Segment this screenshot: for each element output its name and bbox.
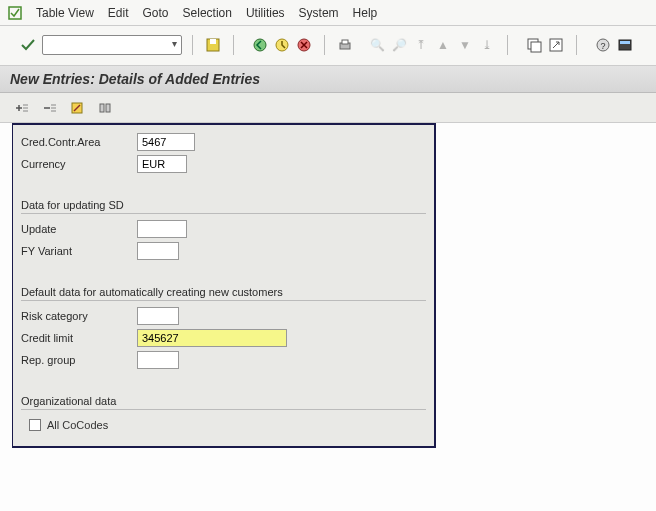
svg-rect-2 xyxy=(210,39,216,44)
group-update-sd: Data for updating SD Update FY Variant xyxy=(13,185,434,272)
group-title-org: Organizational data xyxy=(21,395,426,410)
svg-rect-9 xyxy=(531,42,541,52)
credit-limit-label: Credit limit xyxy=(21,332,131,344)
all-cocodes-label: All CoCodes xyxy=(47,419,108,431)
help-group: ? xyxy=(593,35,635,55)
menu-label: Utilities xyxy=(246,6,285,20)
group-title-default: Default data for automatically creating … xyxy=(21,286,426,301)
menu-label: Help xyxy=(353,6,378,20)
currency-input[interactable] xyxy=(137,155,187,173)
first-page-icon: ⤒ xyxy=(411,35,431,55)
layout-icon[interactable] xyxy=(615,35,635,55)
menu-label: Table View xyxy=(36,6,94,20)
next-page-icon: ▼ xyxy=(455,35,475,55)
new-session-icon[interactable] xyxy=(524,35,544,55)
risk-category-input[interactable] xyxy=(137,307,179,325)
all-cocodes-checkbox[interactable] xyxy=(29,419,41,431)
menu-system[interactable]: System xyxy=(299,6,339,20)
menu-command-icon[interactable] xyxy=(8,6,22,20)
cred-contr-area-input[interactable] xyxy=(137,133,195,151)
menu-utilities[interactable]: Utilities xyxy=(246,6,285,20)
help-icon[interactable]: ? xyxy=(593,35,613,55)
cancel-icon[interactable] xyxy=(294,35,314,55)
svg-rect-14 xyxy=(620,41,630,44)
collapse-all-icon[interactable] xyxy=(40,99,60,117)
svg-rect-0 xyxy=(9,7,21,19)
nav-group xyxy=(250,35,314,55)
rep-group-input[interactable] xyxy=(137,351,179,369)
update-label: Update xyxy=(21,223,131,235)
config-icon[interactable] xyxy=(96,99,116,117)
fy-variant-label: FY Variant xyxy=(21,245,131,257)
svg-rect-16 xyxy=(100,104,104,112)
svg-text:?: ? xyxy=(600,41,605,51)
svg-rect-7 xyxy=(342,40,348,44)
svg-point-3 xyxy=(254,39,266,51)
delimit-icon[interactable] xyxy=(68,99,88,117)
rep-group-label: Rep. group xyxy=(21,354,131,366)
credit-limit-input[interactable] xyxy=(137,329,287,347)
group-title-sd: Data for updating SD xyxy=(21,199,426,214)
menu-table-view[interactable]: Table View xyxy=(36,6,94,20)
prev-page-icon: ▲ xyxy=(433,35,453,55)
last-page-icon: ⤓ xyxy=(477,35,497,55)
shortcut-icon[interactable] xyxy=(546,35,566,55)
enter-icon[interactable] xyxy=(20,37,36,53)
application-toolbar xyxy=(0,93,656,123)
nav-disabled-group: 🔍 🔎 ⤒ ▲ ▼ ⤓ xyxy=(367,35,497,55)
print-icon[interactable] xyxy=(335,35,355,55)
currency-label: Currency xyxy=(21,158,131,170)
header-group: Cred.Contr.Area Currency xyxy=(13,125,434,185)
back-icon[interactable] xyxy=(250,35,270,55)
svg-rect-17 xyxy=(106,104,110,112)
page-title-text: New Entries: Details of Added Entries xyxy=(10,71,260,87)
menu-label: Goto xyxy=(143,6,169,20)
standard-toolbar: 🔍 🔎 ⤒ ▲ ▼ ⤓ ? xyxy=(0,26,656,66)
expand-all-icon[interactable] xyxy=(12,99,32,117)
menu-edit[interactable]: Edit xyxy=(108,6,129,20)
find-next-icon: 🔎 xyxy=(389,35,409,55)
menubar: Table View Edit Goto Selection Utilities… xyxy=(0,0,656,26)
exit-icon[interactable] xyxy=(272,35,292,55)
menu-label: Selection xyxy=(183,6,232,20)
page-title: New Entries: Details of Added Entries xyxy=(0,66,656,93)
group-org-data: Organizational data All CoCodes xyxy=(13,381,434,446)
find-icon: 🔍 xyxy=(367,35,387,55)
menu-label: Edit xyxy=(108,6,129,20)
details-panel: Cred.Contr.Area Currency Data for updati… xyxy=(12,123,436,448)
session-group xyxy=(524,35,566,55)
menu-selection[interactable]: Selection xyxy=(183,6,232,20)
fy-variant-input[interactable] xyxy=(137,242,179,260)
menu-help[interactable]: Help xyxy=(353,6,378,20)
save-icon[interactable] xyxy=(203,35,223,55)
command-field[interactable] xyxy=(42,35,182,55)
risk-category-label: Risk category xyxy=(21,310,131,322)
update-input[interactable] xyxy=(137,220,187,238)
cred-contr-area-label: Cred.Contr.Area xyxy=(21,136,131,148)
menu-label: System xyxy=(299,6,339,20)
menu-goto[interactable]: Goto xyxy=(143,6,169,20)
group-default-data: Default data for automatically creating … xyxy=(13,272,434,381)
